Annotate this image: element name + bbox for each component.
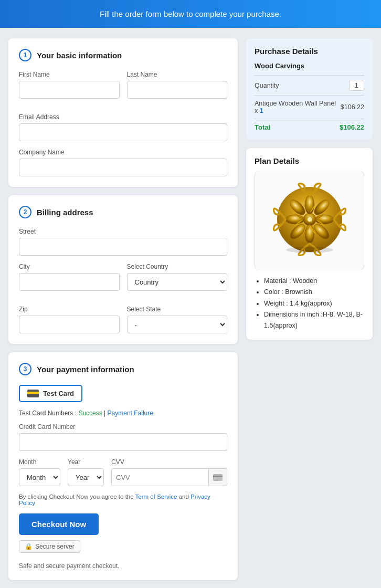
svg-point-13 [307, 217, 312, 222]
billing-title: 2 Billing address [19, 206, 227, 218]
failure-link[interactable]: Payment Failure [108, 410, 153, 417]
year-label: Year [68, 458, 104, 466]
spec-dimensions: Dimensions in inch :H-8, W-18, B-1.5(app… [264, 309, 364, 332]
month-select[interactable]: Month [19, 468, 60, 486]
svg-point-6 [305, 225, 314, 244]
city-label: City [19, 263, 120, 270]
lock-icon: 🔒 [25, 543, 33, 550]
svg-point-8 [315, 215, 334, 224]
svg-rect-2 [214, 478, 217, 479]
email-label: Email Address [19, 113, 227, 121]
plan-details-card: Plan Details [246, 148, 373, 340]
credit-card-input[interactable] [19, 433, 227, 451]
test-card-numbers: Test Card Numbers : Success | Payment Fa… [19, 410, 227, 417]
billing-section: 2 Billing address Street City Select Cou… [8, 195, 238, 344]
terms-of-service-link[interactable]: Term of Service [135, 494, 177, 500]
success-link[interactable]: Success [78, 410, 102, 417]
email-input[interactable] [19, 123, 227, 141]
city-input[interactable] [19, 273, 120, 291]
terms-text: By clicking Checkout Now you agree to th… [19, 494, 227, 506]
first-name-input[interactable] [19, 81, 120, 99]
quantity-value: 1 [349, 80, 364, 91]
item-row: Antique Wooden Wall Panel x 1 $106.22 [255, 100, 364, 114]
svg-rect-0 [213, 474, 223, 481]
zip-label: Zip [19, 306, 120, 313]
basic-info-title: 1 Your basic information [19, 49, 227, 61]
select-country-label: Select Country [127, 263, 228, 270]
cvv-wrapper [111, 468, 227, 486]
select-state-label: Select State [127, 306, 228, 313]
divider-1 [255, 75, 364, 76]
svg-point-14 [286, 247, 333, 253]
secure-label: Secure server [35, 543, 75, 550]
spec-color: Color : Brownish [264, 287, 364, 298]
quantity-label: Quantity [255, 82, 279, 89]
card-button-label: Test Card [43, 390, 74, 397]
spec-weight: Weight : 1.4 kg(approx) [264, 298, 364, 309]
step-3-circle: 3 [19, 363, 31, 375]
item-price: $106.22 [341, 103, 364, 111]
purchase-details-title: Purchase Details [255, 47, 364, 56]
svg-point-5 [305, 195, 314, 214]
svg-rect-1 [213, 476, 223, 477]
month-label: Month [19, 458, 60, 466]
year-select[interactable]: Year [68, 468, 104, 486]
last-name-input[interactable] [127, 81, 228, 99]
product-image-wrapper [255, 172, 364, 269]
divider-2 [255, 95, 364, 96]
right-column: Purchase Details Wood Carvings Quantity … [246, 38, 373, 340]
banner-text: Fill the order form below to complete yo… [100, 9, 281, 18]
country-select[interactable]: Country [127, 273, 228, 291]
product-image [268, 177, 352, 261]
purchase-details-card: Purchase Details Wood Carvings Quantity … [246, 38, 373, 140]
credit-card-label: Credit Card Number [19, 423, 227, 430]
total-label: Total [255, 123, 270, 131]
payment-title: 3 Your payment information [19, 363, 227, 375]
state-select[interactable]: - [127, 316, 228, 333]
first-name-label: First Name [19, 71, 120, 78]
safe-text: Safe and secure payment checkout. [19, 562, 227, 570]
total-row: Total $106.22 [255, 123, 364, 131]
item-name: Antique Wooden Wall Panel x 1 [255, 100, 341, 114]
card-icon [27, 390, 39, 397]
step-1-circle: 1 [19, 49, 31, 61]
zip-input[interactable] [19, 316, 120, 333]
street-input[interactable] [19, 238, 227, 256]
secure-badge: 🔒 Secure server [19, 540, 80, 553]
divider-3 [255, 119, 364, 119]
quantity-row: Quantity 1 [255, 80, 364, 91]
left-column: 1 Your basic information First Name Last… [8, 38, 238, 580]
purchase-subtitle: Wood Carvings [255, 62, 364, 70]
street-label: Street [19, 228, 227, 235]
svg-point-7 [285, 215, 304, 224]
top-banner: Fill the order form below to complete yo… [0, 0, 381, 28]
total-value: $106.22 [340, 123, 364, 131]
cvv-card-icon [208, 469, 227, 486]
basic-info-section: 1 Your basic information First Name Last… [8, 38, 238, 187]
company-input[interactable] [19, 159, 227, 176]
checkout-button[interactable]: Checkout Now [19, 513, 99, 535]
payment-section: 3 Your payment information Test Card Tes… [8, 352, 238, 580]
company-label: Company Name [19, 149, 227, 156]
test-card-button[interactable]: Test Card [19, 385, 82, 402]
spec-material: Material : Wooden [264, 276, 364, 287]
step-2-circle: 2 [19, 206, 31, 218]
cvv-label: CVV [111, 458, 227, 466]
cvv-input[interactable] [112, 469, 208, 486]
last-name-label: Last Name [127, 71, 228, 78]
plan-details-list: Material : Wooden Color : Brownish Weigh… [255, 276, 364, 331]
plan-details-title: Plan Details [255, 156, 364, 165]
